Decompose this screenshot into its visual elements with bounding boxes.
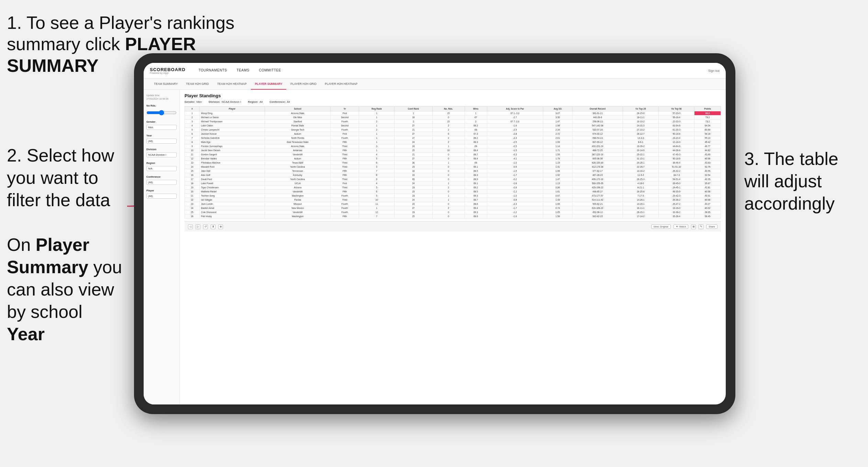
table-row: 8Mats EgeEast Tennessee StateFifth124268…	[185, 140, 721, 144]
table-row: 15Jake HallTennesseeFifth718068.5-1.51.6…	[185, 169, 721, 173]
division-label: Division	[146, 148, 177, 151]
toolbar-edit-btn[interactable]: ✎	[699, 224, 703, 229]
table-row: 7Nicholas GabrelcikNorth FloridaFourth12…	[185, 136, 721, 140]
col-avg-sg: Avg SG	[543, 107, 572, 111]
annotation-step4: On Player Summary you can also view by s…	[7, 234, 124, 345]
sidebar-year: Year (All) First Second Third Fourth Fif…	[146, 134, 177, 144]
app-logo-sub: Powered by clippi	[150, 72, 186, 74]
table-row: 4Luke ClatonFlorida StateSecond127268.2-…	[185, 124, 721, 128]
no-rds-slider[interactable]	[146, 110, 177, 115]
col-player: Player	[200, 107, 265, 111]
table-row: 20Matthew RiedelVanderbiltFifth623068.5-…	[185, 190, 721, 194]
filter-gender: Gender: Men	[185, 100, 202, 103]
table-row: 13Phichaksn MaichonTexas A&MThird630169-…	[185, 161, 721, 165]
table-row: 11Gordon SargentVanderbiltThird421068.7-…	[185, 153, 721, 157]
col-yr: Yr	[331, 107, 359, 111]
col-overall-record: Overall Record	[572, 107, 623, 111]
subnav-player-summary[interactable]: PLAYER SUMMARY	[251, 79, 287, 90]
nav-tournaments[interactable]: TOURNAMENTS	[194, 63, 232, 79]
toolbar-grid-btn[interactable]: ⊞	[691, 224, 696, 229]
gender-select[interactable]: Men Women	[146, 125, 177, 130]
sidebar-player: Player (All)	[146, 189, 177, 199]
subnav-player-h2h-grid[interactable]: PLAYER H2H GRID	[286, 79, 321, 90]
sidebar-no-rds: No Rds.	[146, 104, 177, 116]
toolbar-refresh-btn[interactable]: ↺	[203, 224, 208, 229]
annotation-step2: 2. Select how you want to filter the dat…	[7, 144, 124, 211]
sidebar: Update time: 27/03/2024 16:56:26 No Rds.…	[144, 90, 180, 404]
table-row: 9Preston SummerhaysArizona StateThird324…	[185, 144, 721, 148]
subnav-team-summary[interactable]: TEAM SUMMARY	[150, 79, 182, 90]
subnav-player-h2h-heatmap[interactable]: PLAYER H2H HEATMAP	[321, 79, 361, 90]
table-row: 25Cole SherwoodVanderbiltFourth1223069.3…	[185, 210, 721, 214]
watch-label: 👁	[676, 225, 678, 228]
col-points: Points	[694, 107, 721, 111]
logo-area: SCOREBOARD Powered by clippi	[150, 67, 186, 74]
player-select[interactable]: (All)	[146, 193, 177, 199]
col-vs-top50: Vs Top 50	[659, 107, 694, 111]
table-row: 19Tiger ChristensenArizonaThird523269.2-…	[185, 186, 721, 190]
watch-btn[interactable]: 👁 Watch	[674, 224, 689, 229]
toolbar-forward-btn[interactable]: ▷	[196, 224, 200, 229]
table-title: Player Standings	[185, 93, 721, 98]
toolbar-zoom-btn[interactable]: ⊕	[218, 224, 223, 229]
table-row: 6Jackson KoivunAuburnFirst127667.3-2.82.…	[185, 132, 721, 136]
conference-select[interactable]: (All)	[146, 180, 177, 185]
sign-out-link[interactable]: Sign out	[708, 69, 720, 73]
col-no-rds: No. Rds.	[432, 107, 465, 111]
player-label: Player	[146, 189, 177, 192]
table-row: 26Petr HrubyWashingtonFifth725068.6-1.61…	[185, 214, 721, 219]
table-area: Player Standings Gender: Men Division: N…	[180, 90, 726, 404]
col-reg-rank: Reg Rank	[359, 107, 394, 111]
step1-text: 1. To see a Player's rankings summary cl…	[7, 13, 234, 54]
step4-bold2: Year	[7, 324, 45, 344]
col-vs-top25: Vs Top 25	[623, 107, 658, 111]
table-row: 12Brendan ValdesAuburnFifth527068.4-4.11…	[185, 157, 721, 161]
table-row: 22Ian GilliganFloridaThird1024168.7-0.81…	[185, 198, 721, 202]
subnav-team-h2h-heatmap[interactable]: TEAM H2H HEATMAP	[213, 79, 251, 90]
filter-conference: Conference: All	[269, 100, 290, 103]
player-standings-table: # Player School Yr Reg Rank Conf Rank No…	[185, 106, 721, 219]
step4-prefix: On	[7, 235, 36, 255]
toolbar-share-icon[interactable]: ⬆	[211, 224, 215, 229]
gender-label: Gender	[146, 120, 177, 123]
annotation-step3: 3. The table will adjust accordingly	[744, 148, 861, 215]
filters-row: Gender: Men Division: NCAA Division I Re…	[185, 100, 721, 103]
table-row: 14Maxwell FordNorth CarolinaThird323069.…	[185, 165, 721, 169]
col-wins: Wins	[465, 107, 487, 111]
year-select[interactable]: (All) First Second Third Fourth Fifth	[146, 138, 177, 144]
sidebar-division: Division NCAA Division I NCAA Division I…	[146, 148, 177, 157]
table-row: 21Tashton SongWashingtonFourth523169.3-1…	[185, 194, 721, 198]
main-content: Update time: 27/03/2024 16:56:26 No Rds.…	[144, 90, 726, 404]
region-select[interactable]: N/A All	[146, 166, 177, 171]
toolbar-back-btn[interactable]: ◁	[188, 224, 193, 229]
table-row: 16Alex GoffKentuckyFifth819068.3-1.71.92…	[185, 173, 721, 177]
table-row: 1Wenyi DingArizona StateFirst1115167.1 -…	[185, 111, 721, 115]
nav-teams[interactable]: TEAMS	[232, 63, 254, 79]
header-right: Sign out	[708, 69, 720, 73]
nav-committee[interactable]: COMMITTEE	[254, 63, 286, 79]
tablet-screen: SCOREBOARD Powered by clippi TOURNAMENTS…	[144, 63, 726, 404]
filter-region: Region: All	[248, 100, 263, 103]
no-rds-label: No Rds.	[146, 104, 177, 107]
bottom-toolbar: ◁ ▷ ↺ ⬆ ⊕ View: Original 👁 Watch ⊞ ✎	[185, 221, 721, 232]
filter-division: Division: NCAA Division I	[209, 100, 241, 103]
app-header: SCOREBOARD Powered by clippi TOURNAMENTS…	[144, 63, 726, 79]
view-original-btn[interactable]: View: Original	[651, 224, 671, 229]
region-label: Region	[146, 162, 177, 165]
division-select[interactable]: NCAA Division I NCAA Division II	[146, 152, 177, 157]
table-row: 2Michael Le SassoOle MissSecond118067-2.…	[185, 115, 721, 120]
view-original-label: View: Original	[654, 225, 668, 228]
table-row: 18Luke PowellUCLAFirst424169.1-1.81.1350…	[185, 181, 721, 186]
table-row: 10Jacob Skov OlesenArkansasFifth1251068.…	[185, 148, 721, 153]
table-row: 5Christo LamprechtGeorgia TechFourth2212…	[185, 128, 721, 132]
table-row: 17David FordNorth CarolinaThird969068.9-…	[185, 177, 721, 181]
tablet-device: SCOREBOARD Powered by clippi TOURNAMENTS…	[134, 53, 735, 414]
subnav-team-h2h-grid[interactable]: TEAM H2H GRID	[182, 79, 213, 90]
table-row: 24Bastien AmatNew MexicoFourth127269.4-1…	[185, 206, 721, 210]
update-time: Update time: 27/03/2024 16:56:26	[146, 94, 177, 101]
sidebar-gender: Gender Men Women	[146, 120, 177, 130]
year-label: Year	[146, 134, 177, 137]
col-school: School	[265, 107, 331, 111]
share-btn[interactable]: Share	[706, 224, 717, 229]
sidebar-conference: Conference (All)	[146, 175, 177, 185]
